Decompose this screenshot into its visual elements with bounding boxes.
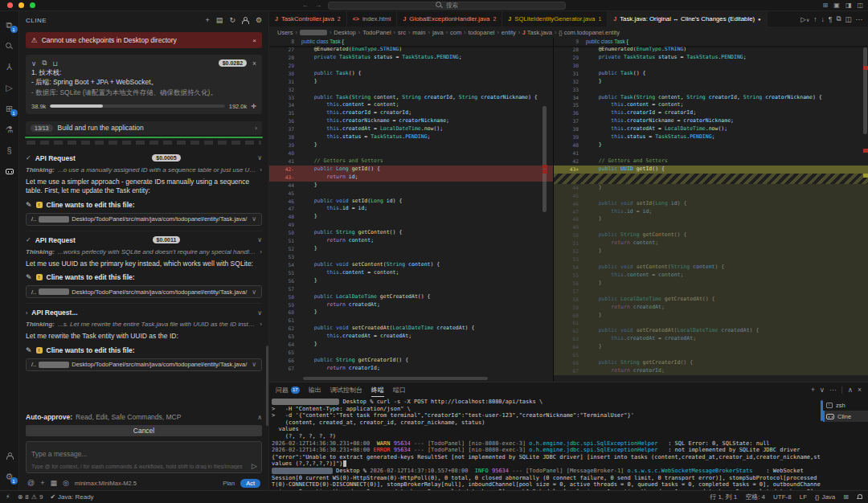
command-center-search[interactable]: 搜索 <box>328 2 566 10</box>
model-icon[interactable]: ◎ <box>63 479 69 487</box>
toggle-panel-icon[interactable]: ▣ <box>833 2 840 9</box>
code-line[interactable]: 65 <box>269 349 553 357</box>
chevron-down-icon[interactable]: ∨ <box>257 309 262 317</box>
code-line[interactable]: 56 } <box>269 277 553 285</box>
plus-icon[interactable]: + <box>206 16 210 24</box>
edit-file-path[interactable]: /.. /Desktop/TodoPanel/src/main/java/com… <box>26 213 262 226</box>
code-line[interactable]: 32 <box>269 86 553 94</box>
activity-cline[interactable] <box>0 161 19 182</box>
code-line[interactable]: 55 this.content = content; <box>269 269 553 277</box>
activity-extensions[interactable]: ⊞1 <box>0 98 19 119</box>
code-line[interactable]: 33 <box>554 86 868 94</box>
remote-indicator-icon[interactable]: ⚡ <box>6 493 10 501</box>
code-line[interactable]: 56 } <box>554 280 868 288</box>
code-line[interactable]: 35 this.creatorId = creatorId; <box>269 109 553 117</box>
activity-search[interactable] <box>0 35 19 56</box>
whitespace-icon[interactable]: ¶ <box>829 15 833 23</box>
tab-globalexceptionhandler.java[interactable]: JGlobalExceptionHandler.java2 <box>397 11 502 27</box>
customize-layout-icon[interactable]: ⊞ <box>823 2 829 9</box>
activity-run-debug[interactable]: ▷ <box>0 77 19 98</box>
chevron-down-icon[interactable]: ∨ <box>252 215 256 223</box>
servers-icon[interactable]: ▤ <box>216 16 223 24</box>
code-line[interactable]: 35 this.content = content; <box>554 101 868 109</box>
cursor-position[interactable]: 行 1, 列 1 <box>710 493 737 501</box>
chevron-down-icon[interactable]: ∨ <box>257 154 262 162</box>
right-scrollbar[interactable] <box>863 47 867 134</box>
panel-tab-问题[interactable]: 问题17 <box>276 382 300 397</box>
maximize-panel-icon[interactable]: ∧ <box>848 386 853 394</box>
code-line[interactable]: 41 <box>554 149 868 157</box>
code-line[interactable]: 28 private TaskStatus status = TaskStatu… <box>269 54 553 62</box>
code-line[interactable]: 58 public LocalDateTime getCreatedAt() { <box>554 296 868 304</box>
activity-python[interactable]: § <box>0 140 19 161</box>
api-request-header[interactable]: › API Request... ∨ <box>26 309 262 317</box>
code-line[interactable]: 41 // Getters and Setters <box>269 157 553 166</box>
more-actions-icon[interactable]: ⋯ <box>856 15 863 23</box>
code-line[interactable]: 54 public void setContent(String content… <box>269 261 553 269</box>
code-line[interactable]: 62 public void setCreatedAt(LocalDateTim… <box>554 327 868 335</box>
sidebar-scrollbar[interactable] <box>266 346 268 426</box>
code-line[interactable]: 34 public Task(String content, String cr… <box>554 94 868 102</box>
thinking-row[interactable]: Thinking: ...works perfectly with SQLite… <box>26 248 262 256</box>
code-line[interactable]: 42 // Getters and Setters <box>554 157 868 166</box>
code-line[interactable]: 29 private TaskStatus status = TaskStatu… <box>554 54 868 62</box>
history-icon[interactable]: ↻ <box>229 16 235 24</box>
code-line[interactable]: 51 return content; <box>554 239 868 247</box>
terminal-dropdown-icon[interactable]: ∨ <box>820 386 825 394</box>
add-icon[interactable]: + <box>40 479 44 487</box>
code-line[interactable]: 63 this.createdAt = createdAt; <box>269 333 553 341</box>
focus-chain-row[interactable]: 13/13 Build and run the application › <box>26 121 262 135</box>
edit-file-path[interactable]: /.. /Desktop/TodoPanel/src/main/java/com… <box>26 358 262 371</box>
zoom-window-button[interactable] <box>30 2 35 8</box>
more-actions-icon[interactable]: ⋯ <box>829 386 837 394</box>
breadcrumb-item[interactable]: src <box>398 29 406 36</box>
code-line[interactable]: 50 public String getContent() { <box>269 229 553 237</box>
code-line[interactable]: 63 this.createdAt = createdAt; <box>554 335 868 343</box>
open-changes-icon[interactable]: ⧉ <box>836 14 841 23</box>
code-line[interactable]: 40 <box>269 149 553 157</box>
code-line[interactable]: 44 } <box>554 184 868 192</box>
send-icon[interactable]: ▷ <box>252 462 257 470</box>
code-line[interactable]: 64 } <box>554 343 868 351</box>
eol-setting[interactable]: LF <box>800 493 807 501</box>
code-line[interactable]: 58 public LocalDateTime getCreatedAt() { <box>269 293 553 301</box>
code-line[interactable]: 39 } <box>269 141 553 149</box>
task-close-icon[interactable]: × <box>252 59 256 67</box>
code-line[interactable]: 59 return createdAt; <box>269 301 553 309</box>
code-line[interactable]: 36 this.creatorNickname = creatorNicknam… <box>269 117 553 125</box>
diff-modified-pane[interactable]: 9 public class Task { 28 @Enumerated(Enu… <box>553 38 868 382</box>
code-line[interactable]: 31 public Task() { <box>554 70 868 78</box>
activity-explorer[interactable]: ⧉1 <box>0 14 19 35</box>
close-panel-icon[interactable]: × <box>858 386 862 394</box>
terminal-session-cline[interactable]: Cline <box>823 411 868 422</box>
new-terminal-icon[interactable]: + <box>811 386 815 394</box>
prev-change-icon[interactable]: ↑ <box>813 15 817 23</box>
chevron-down-icon[interactable]: ∨ <box>252 361 256 368</box>
code-line[interactable]: 47 this.id = id; <box>554 208 868 216</box>
code-line[interactable]: 39 this.status = TaskStatus.PENDING; <box>554 133 868 141</box>
language-mode[interactable]: {} Java <box>815 493 835 501</box>
code-line[interactable]: 47 this.id = id; <box>269 205 553 213</box>
tab-index.html[interactable]: <>index.html <box>347 11 398 27</box>
code-line[interactable]: 67 return creatorId; <box>554 367 868 375</box>
breadcrumb-item[interactable]: JTask.java <box>522 29 552 36</box>
minimize-window-button[interactable] <box>18 2 24 8</box>
code-line[interactable]: 28 @Enumerated(EnumType.STRING) <box>554 46 868 54</box>
code-line[interactable]: 46 public void setId(Long id) { <box>554 200 868 208</box>
code-line[interactable]: 42- public Long getId() { <box>269 166 553 174</box>
code-line[interactable]: 46 public void setId(Long id) { <box>269 198 553 206</box>
feedback-icon[interactable]: ⊞ <box>843 493 849 501</box>
chevron-down-icon[interactable]: ∨ <box>252 288 256 296</box>
code-line[interactable]: 49 <box>269 221 553 229</box>
thinking-row[interactable]: Thinking: ...o use a manually assigned I… <box>26 166 262 174</box>
code-line[interactable]: 67 return creatorId; <box>269 365 553 373</box>
code-line[interactable]: 66 public String getCreatorId() { <box>554 359 868 367</box>
panel-tab-终端[interactable]: 终端 <box>371 382 384 397</box>
copy-task-icon[interactable]: ⧉ <box>42 59 47 67</box>
code-line[interactable]: 52 } <box>554 247 868 256</box>
banner-close-icon[interactable]: × <box>252 37 256 44</box>
code-line[interactable]: 38 this.createdAt = LocalDateTime.now(); <box>554 125 868 133</box>
edit-file-path[interactable]: /.. /Desktop/TodoPanel/src/main/java/com… <box>26 285 262 298</box>
auto-approve-row[interactable]: Auto-approve: Read, Edit, Safe Commands,… <box>26 413 262 421</box>
indentation-setting[interactable]: 空格: 4 <box>745 493 765 501</box>
